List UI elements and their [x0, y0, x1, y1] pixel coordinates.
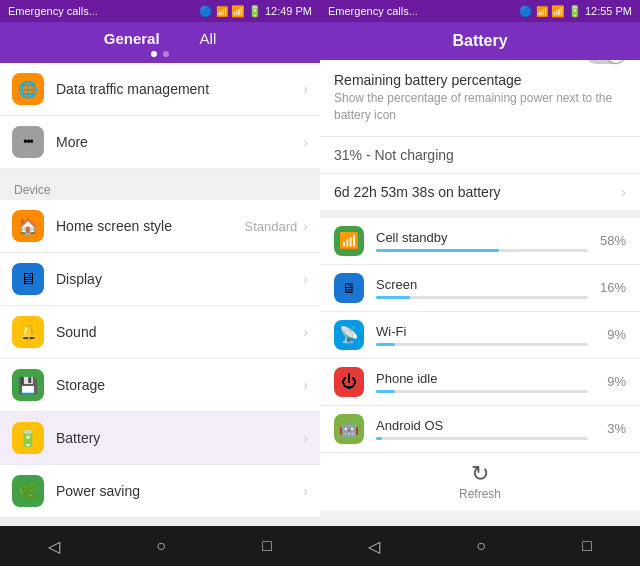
android-os-bar-bg	[376, 437, 588, 440]
sep-device	[0, 169, 320, 177]
recents-btn-left[interactable]: □	[262, 537, 272, 555]
chevron-power-saving: ›	[303, 483, 308, 499]
list-item-home-screen[interactable]: 🏠 Home screen style Standard ›	[0, 200, 320, 253]
list-item-data-traffic[interactable]: 🌐 Data traffic management ›	[0, 63, 320, 116]
wifi-info: Wi-Fi	[376, 324, 588, 346]
chevron-storage: ›	[303, 377, 308, 393]
display-label: Display	[56, 271, 303, 287]
list-item-storage[interactable]: 💾 Storage ›	[0, 359, 320, 412]
section-device: Device	[0, 177, 320, 200]
android-os-bar	[376, 437, 382, 440]
power-saving-icon: 🌿	[12, 475, 44, 507]
wifi-pct: 9%	[596, 327, 626, 342]
status-bar-right: Emergency calls... 🔵 📶 📶 🔋 12:55 PM	[320, 0, 640, 22]
wifi-icon: 📶	[231, 5, 245, 18]
bt-icon: 🔵	[199, 5, 213, 18]
list-item-battery[interactable]: 🔋 Battery ›	[0, 412, 320, 465]
list-item-sound[interactable]: 🔔 Sound ›	[0, 306, 320, 359]
wifi-name: Wi-Fi	[376, 324, 588, 339]
usage-screen[interactable]: 🖥 Screen 16%	[320, 265, 640, 312]
status-bar-left: Emergency calls... 🔵 📶 📶 🔋 12:49 PM	[0, 0, 320, 22]
chevron-battery-time: ›	[621, 184, 626, 200]
home-screen-icon: 🏠	[12, 210, 44, 242]
nav-bar-right: ◁ ○ □	[320, 526, 640, 566]
battery-page-title: Battery	[452, 32, 507, 49]
android-os-info: Android OS	[376, 418, 588, 440]
cell-standby-name: Cell standby	[376, 230, 588, 245]
time-left: 12:49 PM	[265, 5, 312, 17]
home-btn-left[interactable]: ○	[156, 537, 166, 555]
phone-idle-icon: ⏻	[334, 367, 364, 397]
phone-idle-name: Phone idle	[376, 371, 588, 386]
recents-btn-right[interactable]: □	[582, 537, 592, 555]
list-item-display[interactable]: 🖥 Display ›	[0, 253, 320, 306]
list-item-more[interactable]: ••• More ›	[0, 116, 320, 169]
cell-standby-bar	[376, 249, 499, 252]
tab-general[interactable]: General	[104, 30, 160, 47]
settings-list: 🌐 Data traffic management › ••• More › D…	[0, 63, 320, 526]
data-traffic-label: Data traffic management	[56, 81, 303, 97]
phone-idle-bar-bg	[376, 390, 588, 393]
screen-bar	[376, 296, 410, 299]
battery-label: Battery	[56, 430, 303, 446]
back-btn-right[interactable]: ◁	[368, 537, 380, 556]
battery-time-text: 6d 22h 53m 38s on battery	[334, 184, 501, 200]
left-panel: Emergency calls... 🔵 📶 📶 🔋 12:49 PM Gene…	[0, 0, 320, 566]
refresh-section[interactable]: ↻ Refresh	[320, 453, 640, 511]
list-item-power-saving[interactable]: 🌿 Power saving ›	[0, 465, 320, 518]
usage-android-os[interactable]: 🤖 Android OS 3%	[320, 406, 640, 453]
wifi-bar	[376, 343, 395, 346]
cell-standby-info: Cell standby	[376, 230, 588, 252]
chevron-sound: ›	[303, 324, 308, 340]
chevron-battery: ›	[303, 430, 308, 446]
home-screen-label: Home screen style	[56, 218, 245, 234]
android-os-icon: 🤖	[334, 414, 364, 444]
sound-icon: 🔔	[12, 316, 44, 348]
battery-time-row[interactable]: 6d 22h 53m 38s on battery ›	[320, 174, 640, 218]
screen-pct: 16%	[596, 280, 626, 295]
usage-cell-standby[interactable]: 📶 Cell standby 58%	[320, 218, 640, 265]
time-right: 12:55 PM	[585, 5, 632, 17]
home-screen-value: Standard	[245, 219, 298, 234]
chevron-display: ›	[303, 271, 308, 287]
battery-icon-left: 🔋	[248, 5, 262, 18]
screen-usage-icon: 🖥	[334, 273, 364, 303]
status-right-right: 🔵 📶 📶 🔋 12:55 PM	[519, 5, 632, 18]
more-label: More	[56, 134, 303, 150]
screen-info: Screen	[376, 277, 588, 299]
dot-general	[151, 51, 157, 57]
phone-idle-bar	[376, 390, 395, 393]
battery-icon-right: 🔋	[568, 5, 582, 18]
tab-all[interactable]: All	[200, 30, 217, 47]
status-right-left: 🔵 📶 📶 🔋 12:49 PM	[199, 5, 312, 18]
storage-icon: 💾	[12, 369, 44, 401]
back-btn-left[interactable]: ◁	[48, 537, 60, 556]
remaining-toggle[interactable]	[586, 60, 626, 64]
battery-content: Remaining battery percentage Show the pe…	[320, 60, 640, 526]
data-traffic-icon: 🌐	[12, 73, 44, 105]
display-icon: 🖥	[12, 263, 44, 295]
wifi-icon-r: 📶	[551, 5, 565, 18]
storage-label: Storage	[56, 377, 303, 393]
remaining-title: Remaining battery percentage	[334, 72, 626, 88]
usage-phone-idle[interactable]: ⏻ Phone idle 9%	[320, 359, 640, 406]
android-os-pct: 3%	[596, 421, 626, 436]
panel-header-left: General All	[0, 22, 320, 63]
battery-status-text: 31% - Not charging	[320, 137, 640, 174]
remaining-subtitle: Show the percentage of remaining power n…	[334, 90, 626, 124]
sep-privacy	[0, 518, 320, 526]
screen-name: Screen	[376, 277, 588, 292]
chevron-home-screen: ›	[303, 218, 308, 234]
phone-idle-pct: 9%	[596, 374, 626, 389]
emergency-left: Emergency calls...	[8, 5, 98, 17]
refresh-label: Refresh	[459, 487, 501, 501]
cell-standby-icon: 📶	[334, 226, 364, 256]
home-btn-right[interactable]: ○	[476, 537, 486, 555]
panel-header-right: Battery	[320, 22, 640, 60]
cell-standby-pct: 58%	[596, 233, 626, 248]
phone-idle-info: Phone idle	[376, 371, 588, 393]
wifi-usage-icon: 📡	[334, 320, 364, 350]
usage-wifi[interactable]: 📡 Wi-Fi 9%	[320, 312, 640, 359]
more-icon: •••	[12, 126, 44, 158]
screen-bar-bg	[376, 296, 588, 299]
